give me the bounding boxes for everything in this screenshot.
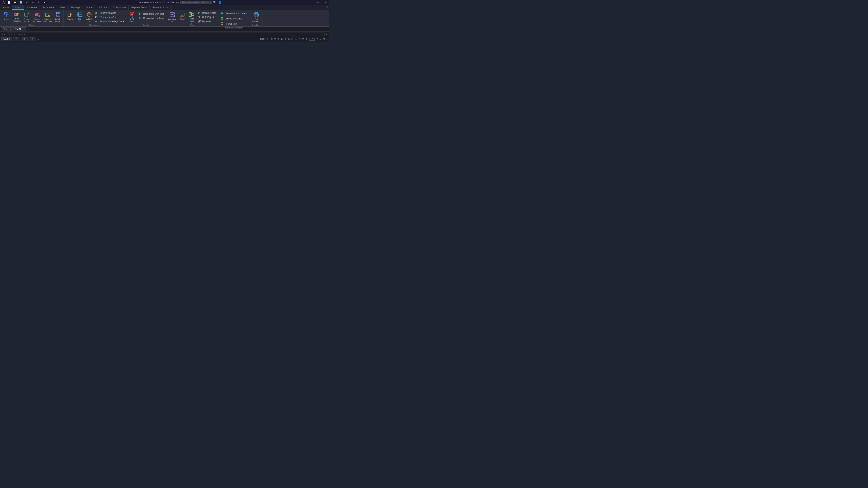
edit-attribute-label: EditAttribute — [13, 18, 21, 22]
osnap-icon[interactable]: ⊕ — [284, 38, 286, 41]
svg-rect-44 — [189, 12, 191, 17]
add-item-icon[interactable]: + — [320, 38, 321, 41]
qa-save-btn[interactable]: 💾 — [19, 0, 23, 4]
download-from-source-btn[interactable]: Download from Source — [219, 11, 249, 15]
command-scroll-up[interactable]: ▲ — [326, 33, 328, 35]
insert-btn[interactable]: Insert ▾ — [2, 11, 12, 24]
command-settings-icon[interactable]: ▾ — [4, 33, 5, 35]
otrack-icon[interactable]: ⊗ — [288, 38, 290, 41]
frames-vary-btn[interactable]: ⊡ *Frames vary* ▾ — [94, 15, 125, 19]
hyperlink-icon: 🔗 — [197, 20, 201, 23]
qa-print-btn[interactable]: 🖨 — [36, 0, 41, 4]
qa-new-btn[interactable]: 📄 — [7, 0, 11, 4]
underlay-layers-btn[interactable]: ⧉ Underlay Layers — [94, 11, 125, 15]
manage-attributes-btn[interactable]: ManageAttributes — [42, 11, 53, 24]
adjust-dropdown[interactable]: ▾ — [89, 21, 90, 23]
layout-l2-tab[interactable]: L2 — [21, 37, 27, 41]
settings-icon[interactable]: ⚙ — [316, 38, 319, 41]
ht01-tab-close[interactable]: × — [22, 28, 23, 30]
extract-data-btn[interactable]: Extract Data — [219, 22, 238, 26]
field-btn[interactable]: A Field — [178, 11, 187, 24]
minimize-btn[interactable]: — — [316, 1, 319, 4]
combine-text-label: CombineText — [168, 18, 176, 23]
data-link-label: DataLink — [190, 18, 194, 22]
tab-start[interactable]: Start — [1, 27, 11, 31]
polar-icon[interactable]: ◉ — [281, 38, 283, 41]
qa-undo-btn[interactable]: ↩ — [24, 0, 29, 4]
selection-icon[interactable]: ⊞ — [302, 38, 304, 41]
define-attributes-btn[interactable]: DefineAttributes — [32, 11, 42, 24]
pdf-import-btn[interactable]: PDF PDFImport — [127, 11, 137, 24]
insert-dropdown-arrow[interactable]: ▾ — [6, 21, 7, 23]
combine-text-btn[interactable]: CombineText — [167, 11, 177, 24]
lineweight-icon[interactable]: — — [295, 38, 297, 41]
layout-l1-tab[interactable]: L1 — [13, 37, 20, 41]
hyperlink-label: Hyperlink — [202, 20, 212, 23]
ole-object-label: OLE Object — [202, 16, 214, 19]
close-btn[interactable]: ✕ — [324, 1, 327, 4]
window-controls: — □ ✕ — [316, 1, 327, 4]
data-link-btn[interactable]: DataLink ▾ — [187, 11, 196, 24]
annotate-scale-icon[interactable]: ⊕ — [305, 38, 307, 41]
maximize-btn[interactable]: □ — [320, 1, 323, 4]
recognize-shx-btn[interactable]: T Recognize SHX Text — [138, 12, 165, 16]
tab-addins[interactable]: Add-ins — [96, 5, 110, 10]
tab-annotate[interactable]: Annotate — [24, 5, 40, 10]
attach-btn[interactable]: Attach — [65, 11, 75, 24]
snap-grid-icon[interactable]: ⊞ — [271, 38, 273, 41]
zoom-scale[interactable]: 1:1 — [309, 38, 315, 41]
transparency-icon[interactable]: ◻ — [299, 38, 301, 41]
recognition-settings-btn[interactable]: ⚙ Recognition Settings — [138, 16, 165, 20]
model-indicator: MODEL — [259, 38, 269, 40]
adjust-btn[interactable]: Adjust ▾ — [85, 11, 94, 24]
svg-rect-30 — [78, 13, 81, 16]
command-prefix-icon[interactable]: ⊕ — [1, 33, 3, 35]
edit-attribute-btn[interactable]: EditAttribute ▾ — [12, 11, 22, 24]
dynmode-icon[interactable]: ⬡ — [291, 38, 293, 41]
tab-manage[interactable]: Manage — [68, 5, 83, 10]
viewport-icon[interactable]: ⊞ — [323, 38, 325, 41]
hyperlink-btn[interactable]: 🔗 Hyperlink — [197, 20, 217, 24]
tab-output[interactable]: Output — [83, 5, 96, 10]
create-block-btn[interactable]: CreateBlock — [22, 11, 31, 24]
snap-icon: ⊕ — [95, 20, 99, 23]
block-editor-btn[interactable]: BlockEditor — [53, 11, 62, 24]
tab-parametric[interactable]: Parametric — [40, 5, 57, 10]
tab-view[interactable]: View — [57, 5, 68, 10]
qa-open-btn[interactable]: 📁 — [13, 0, 17, 4]
svg-rect-6 — [25, 13, 28, 16]
fullscreen-icon[interactable]: □ — [326, 38, 328, 41]
ribbon-options-btn[interactable]: ≡ — [325, 5, 329, 10]
search-icon[interactable]: 🔍 — [213, 1, 217, 4]
model-space-tab[interactable]: Model — [1, 37, 11, 41]
insert-icon — [4, 11, 10, 18]
tab-ht01[interactable]: HT - 01 × — [11, 27, 26, 31]
tab-home[interactable]: Home — [0, 5, 12, 10]
upload-to-source-btn[interactable]: Upload to Source — [219, 16, 243, 21]
create-block-icon — [24, 11, 30, 18]
title-search-input[interactable] — [180, 1, 212, 4]
qa-workspace-btn[interactable]: ▾ — [42, 0, 46, 4]
tab-collaborate[interactable]: Collaborate — [110, 5, 129, 10]
pdf-icon: PDF — [129, 11, 135, 18]
clip-btn[interactable]: Clip ▾ — [75, 11, 84, 24]
ortho-icon[interactable]: ⊠ — [277, 38, 279, 41]
edit-attribute-icon — [14, 11, 20, 18]
snap-underlays-btn[interactable]: ⊕ Snap to Underlays ON ▾ — [94, 20, 125, 24]
user-icon[interactable]: 👤 — [218, 1, 221, 4]
qa-redo-btn[interactable]: ↪ — [30, 0, 35, 4]
add-layout-btn[interactable]: + — [37, 38, 40, 41]
clip-dropdown[interactable]: ▾ — [79, 21, 80, 23]
update-fields-btn[interactable]: ↻ Update Fields — [197, 11, 217, 15]
tab-featured[interactable]: Featured Apps — [150, 5, 172, 10]
add-tab-btn[interactable]: + — [26, 27, 31, 31]
command-input[interactable] — [6, 33, 324, 36]
pdf-import-label: PDFImport — [129, 18, 135, 23]
ole-object-btn[interactable]: ⊡ OLE Object — [197, 15, 217, 19]
tab-insert[interactable]: Insert — [12, 5, 24, 10]
manage-attributes-label: ManageAttributes — [43, 18, 52, 23]
tab-express[interactable]: Express Tools — [129, 5, 150, 10]
layout-l3-tab[interactable]: L3 — [29, 37, 35, 41]
snap-mode-icon[interactable]: ⊟ — [274, 38, 276, 41]
set-location-btn[interactable]: SetLocation ▾ — [251, 11, 261, 24]
